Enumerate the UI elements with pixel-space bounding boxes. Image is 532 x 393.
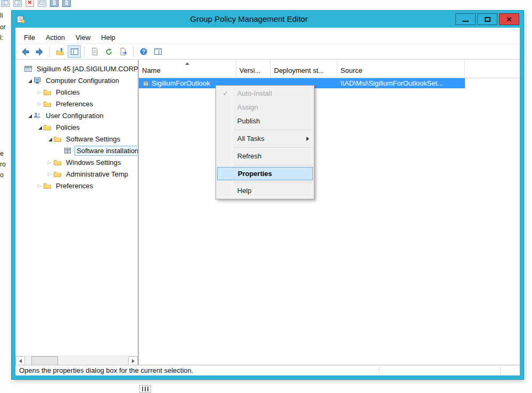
tree-item-computer-configuration[interactable]: Computer Configuration	[15, 74, 138, 86]
tree-item-policies-user[interactable]: Policies	[15, 121, 138, 133]
scroll-right-icon	[132, 359, 135, 363]
menu-item-auto-install: ✓ Auto-Install	[216, 87, 314, 101]
title-bar[interactable]: Group Policy Management Editor ✕	[12, 11, 523, 28]
menu-item-all-tasks[interactable]: All Tasks	[216, 132, 314, 146]
menu-item-help[interactable]: Help	[216, 184, 314, 198]
tree-item-preferences-computer[interactable]: ▷ Preferences	[15, 98, 138, 110]
scroll-right-button[interactable]	[128, 356, 138, 365]
tree-item-software-installation[interactable]: Software installation	[15, 145, 138, 156]
toolbar-separator	[49, 46, 50, 57]
menu-separator	[234, 182, 313, 182]
scroll-left-icon	[19, 359, 22, 363]
window-title: Group Policy Management Editor	[44, 11, 454, 28]
statusbar-divider	[379, 367, 379, 374]
column-header-source[interactable]: Source	[337, 60, 465, 78]
tree-item-software-settings[interactable]: Software Settings	[15, 133, 138, 145]
background-text-fragment: ro	[0, 161, 8, 168]
list-header: Name Versi... Deployment st... Source	[139, 60, 520, 78]
expander-expanded-icon[interactable]	[46, 135, 53, 143]
computer-icon	[33, 76, 41, 85]
close-button[interactable]: ✕	[499, 13, 519, 25]
background-text-fragment: li	[0, 12, 8, 19]
expander-expanded-icon[interactable]	[26, 77, 33, 85]
minimize-icon	[462, 21, 469, 22]
app-icon	[16, 15, 25, 23]
menu-action[interactable]: Action	[40, 32, 70, 43]
folder-icon	[53, 135, 62, 143]
expander-collapsed-icon[interactable]: ▷	[36, 86, 43, 98]
help-icon	[139, 47, 148, 56]
document-icon	[50, 0, 59, 7]
scrollbar-thumb[interactable]	[31, 356, 58, 365]
expander-expanded-icon[interactable]	[36, 123, 43, 131]
checkmark-icon: ✓	[220, 87, 231, 101]
tree-item-user-configuration[interactable]: User Configuration	[15, 110, 138, 121]
column-header-version[interactable]: Versi...	[236, 60, 271, 78]
menu-separator	[234, 147, 313, 148]
forward-arrow-icon	[35, 47, 44, 56]
background-text-fragment: e	[0, 150, 8, 157]
document-button[interactable]	[88, 45, 101, 58]
column-header-deployment-state[interactable]: Deployment st...	[271, 60, 337, 78]
up-one-level-icon	[56, 47, 64, 56]
background-toolbar: ✕	[1, 0, 71, 7]
show-console-tree-button[interactable]	[68, 45, 81, 58]
documents-icon	[62, 0, 71, 7]
action-pane-icon	[154, 47, 162, 56]
selected-tree-node: Software installation	[74, 146, 139, 156]
tree-item-preferences-user[interactable]: ▷ Preferences	[15, 180, 138, 191]
scroll-left-button[interactable]	[15, 356, 25, 365]
menu-item-assign: Assign	[216, 101, 314, 114]
status-bar: Opens the properties dialog box for the …	[15, 365, 520, 375]
menu-file[interactable]: File	[19, 32, 40, 43]
background-text-fragment: l:	[0, 34, 8, 41]
toolbar-separator	[84, 46, 85, 57]
sort-ascending-icon	[185, 62, 189, 65]
help-button[interactable]	[137, 45, 150, 58]
menu-item-properties[interactable]: Properties	[217, 167, 313, 180]
maximize-button[interactable]	[477, 13, 497, 25]
expander-collapsed-icon[interactable]: ▷	[36, 180, 43, 191]
tree-item-policies-computer[interactable]: ▷ Policies	[15, 86, 138, 98]
tree-item-administrative-templates[interactable]: ▷ Administrative Temp	[15, 168, 138, 180]
expander-expanded-icon[interactable]	[26, 112, 33, 120]
folder-icon	[43, 181, 52, 190]
export-list-button[interactable]	[117, 45, 130, 58]
menu-separator	[234, 130, 313, 130]
expander-collapsed-icon[interactable]: ▷	[46, 156, 53, 168]
package-icon	[142, 80, 149, 87]
window-content: File Action View Help	[15, 28, 520, 375]
forward-button[interactable]	[33, 45, 46, 58]
maximize-icon	[485, 17, 491, 22]
screen: ✕ li or l: e ro o Group Policy Managemen…	[0, 0, 532, 393]
status-text: Opens the properties dialog box for the …	[19, 366, 193, 374]
tree-item-windows-settings[interactable]: ▷ Windows Settings	[15, 156, 138, 168]
background-scrollbar-grip[interactable]	[139, 385, 151, 393]
minimize-button[interactable]	[455, 13, 476, 25]
window-controls: ✕	[455, 13, 519, 25]
folder-icon	[43, 88, 52, 96]
users-icon	[33, 111, 41, 120]
show-action-pane-button[interactable]	[151, 45, 164, 58]
column-header-name[interactable]: Name	[139, 60, 236, 78]
expander-collapsed-icon[interactable]: ▷	[36, 98, 43, 110]
tree-horizontal-scrollbar[interactable]	[15, 356, 138, 365]
console-tree-pane: Sigilium 45 [AD.SIGILIUM.CORP Computer C…	[15, 60, 139, 365]
menu-separator	[234, 165, 313, 165]
menu-view[interactable]: View	[70, 32, 96, 43]
folder-icon	[43, 123, 52, 131]
expander-collapsed-icon[interactable]: ▷	[46, 168, 53, 180]
menu-item-publish[interactable]: Publish	[216, 114, 314, 128]
refresh-button[interactable]	[102, 45, 115, 58]
back-button[interactable]	[19, 45, 32, 58]
tree-item-root[interactable]: Sigilium 45 [AD.SIGILIUM.CORP	[15, 63, 138, 74]
toolbar	[15, 44, 520, 60]
menu-item-refresh[interactable]: Refresh	[216, 149, 314, 163]
background-text-fragment: o	[0, 171, 8, 179]
window-icon	[1, 0, 10, 7]
up-one-level-button[interactable]	[53, 45, 66, 58]
menu-help[interactable]: Help	[96, 32, 121, 43]
toolbar-separator	[133, 46, 134, 57]
column-header-filler	[465, 60, 520, 78]
close-icon: ✕	[506, 16, 512, 23]
